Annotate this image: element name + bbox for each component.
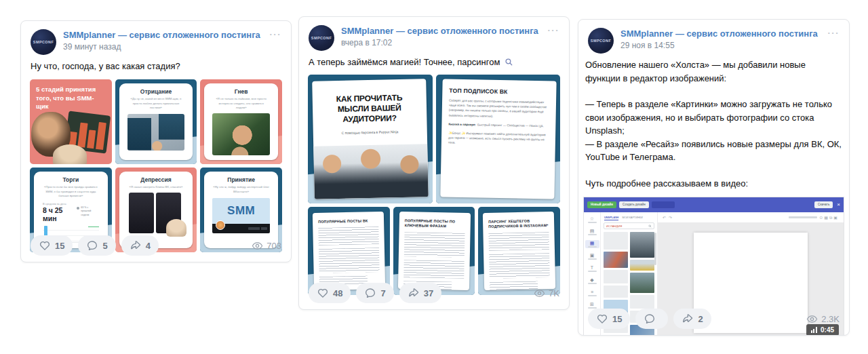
post-header-text: SMMplanner — сервис отложенного постинга… bbox=[341, 25, 538, 47]
editor-top-bar: Новый дизайн Создать дизайн Скачать × bbox=[584, 197, 844, 212]
post-actions: 15 2 2.3K bbox=[588, 309, 840, 329]
image-search-input: ИСЛАНДИЯ bbox=[604, 222, 654, 229]
avatar-label: SMPCONF bbox=[311, 36, 332, 40]
community-name-link[interactable]: SMMplanner — сервис отложенного постинга bbox=[620, 28, 818, 39]
eye-icon bbox=[534, 288, 545, 299]
text-lines-placeholder bbox=[403, 232, 464, 258]
slide-label: Кнопка в парсере: bbox=[448, 122, 476, 126]
slide-tile-key-phrases[interactable]: ПОПУЛЯРНЫЕ ПОСТЫ ПО КЛЮЧЕВЫМ ФРАЗАМ bbox=[393, 207, 475, 295]
post-timestamp[interactable]: вчера в 17:02 bbox=[341, 38, 538, 47]
active-menu-button bbox=[652, 201, 675, 208]
text-lines-placeholder bbox=[318, 227, 378, 245]
slide-title: ТОП ПОДПИСОК ВК bbox=[449, 87, 549, 96]
sidebar-background-icon: ▣ bbox=[585, 252, 599, 260]
slide-tile-hashtags[interactable]: ПАРСИНГ ХЕШТЕГОВ ПОДПИСЧИКОВ В INSTAGRAM… bbox=[478, 207, 560, 295]
stage-quote: «Я начал смотреть Клипы ВК, спасите» bbox=[128, 185, 184, 190]
like-button[interactable]: 15 bbox=[31, 235, 73, 256]
post-text-body: А теперь займёмся магией! Точнее, парсин… bbox=[309, 57, 500, 67]
new-design-button: Новый дизайн bbox=[587, 201, 616, 209]
photo-tile-anger[interactable]: Гнев «Я не только за лайками, мне просто… bbox=[200, 79, 282, 164]
comment-button[interactable]: 5 bbox=[78, 235, 115, 256]
post-image-grid-top: КАК ПРОЧИТАТЬ МЫСЛИ ВАШЕЙ АУДИТОРИИ? С п… bbox=[308, 75, 560, 203]
share-icon bbox=[682, 313, 694, 325]
stage-title: Торги bbox=[37, 176, 104, 183]
post-menu-button[interactable]: ··· bbox=[270, 29, 282, 39]
post-menu-button[interactable]: ··· bbox=[548, 25, 560, 35]
undo-icon: ↶ bbox=[663, 215, 666, 220]
post-paragraph: — Теперь в разделе «Картинки» можно загр… bbox=[585, 98, 842, 138]
slide-card: ПАРСИНГ ХЕШТЕГОВ ПОДПИСЧИКОВ В INSTAGRAM… bbox=[483, 212, 555, 290]
community-name-link[interactable]: SMMplanner — сервис отложенного постинга bbox=[341, 26, 538, 37]
share-count: 37 bbox=[424, 288, 433, 298]
slide-tile-top-subscriptions[interactable]: ТОП ПОДПИСОК ВК Соберёт для вас группы, … bbox=[436, 75, 561, 203]
comment-button[interactable] bbox=[635, 309, 668, 329]
post-header-text: SMMplanner — сервис отложенного постинга… bbox=[620, 28, 818, 50]
like-count: 48 bbox=[333, 288, 342, 298]
tab-unsplash: UNSPLASH bbox=[604, 216, 618, 220]
slide-subtitle: С помощью парсинга в Pepper.Ninja bbox=[313, 129, 427, 136]
comment-icon bbox=[644, 313, 656, 325]
stage-card: Гнев «Я не только за лайками, мне просто… bbox=[204, 83, 278, 160]
slide-tile-popular-posts[interactable]: ПОПУЛЯРНЫЕ ПОСТЫ ВК bbox=[308, 207, 390, 295]
like-button[interactable]: 48 bbox=[309, 283, 351, 303]
share-count: 4 bbox=[146, 241, 151, 251]
photo-tile-cover[interactable]: 5 стадий принятия того, что вы SMM-щик bbox=[30, 79, 112, 164]
man-face-photo bbox=[212, 113, 270, 155]
stage-title: Гнев bbox=[208, 88, 275, 95]
like-button[interactable]: 15 bbox=[588, 309, 630, 329]
cover-title: 5 стадий принятия того, что вы SMM-щик bbox=[30, 79, 112, 111]
comment-button[interactable]: 7 bbox=[356, 283, 393, 303]
eye-icon bbox=[806, 313, 818, 325]
community-name-link[interactable]: SMMplanner — сервис отложенного постинга bbox=[63, 30, 260, 41]
vk-feed: SMPCONF SMMplanner — сервис отложенного … bbox=[0, 0, 868, 354]
share-icon bbox=[408, 287, 420, 299]
post-menu-button[interactable]: ··· bbox=[828, 28, 840, 38]
post-header: SMPCONF SMMplanner — сервис отложенного … bbox=[21, 21, 291, 55]
community-avatar[interactable]: SMPCONF bbox=[309, 25, 334, 51]
three-men-photo bbox=[313, 144, 428, 199]
post-timestamp[interactable]: 39 минут назад bbox=[63, 42, 260, 52]
redo-icon: ↷ bbox=[669, 215, 672, 220]
stage-title: Отрицание bbox=[123, 88, 190, 95]
views-counter: 2.3K bbox=[806, 313, 840, 325]
avatar-label: SMPCONF bbox=[33, 40, 54, 44]
post-text: А теперь займёмся магией! Точнее, парсин… bbox=[299, 51, 569, 69]
office-photo bbox=[127, 114, 185, 151]
stage-title: Депрессия bbox=[123, 176, 190, 183]
like-count: 15 bbox=[612, 314, 622, 324]
post-actions: 15 5 4 703 bbox=[31, 235, 281, 256]
close-icon: × bbox=[837, 202, 840, 208]
post-header: SMPCONF SMMplanner — сервис отложенного … bbox=[578, 20, 849, 54]
post-text: Ну что, господа, у вас какая стадия? bbox=[21, 55, 291, 73]
community-avatar[interactable]: SMPCONF bbox=[588, 28, 614, 54]
magnifier-emoji bbox=[505, 58, 513, 66]
stage-quote: «Ну что ж, пойду заведу экспертный блог … bbox=[213, 185, 269, 194]
avatar-label: SMPCONF bbox=[591, 39, 611, 43]
sidebar-elements-icon: ◆ bbox=[585, 277, 599, 285]
post-header: SMPCONF SMMplanner — сервис отложенного … bbox=[299, 17, 569, 51]
slide-paragraph: ✨Бонус ✨ Инструмент поможет найти дополн… bbox=[448, 130, 548, 146]
slide-title: КАК ПРОЧИТАТЬ МЫСЛИ ВАШЕЙ АУДИТОРИИ? bbox=[313, 92, 427, 125]
post-image-grid-bottom: ПОПУЛЯРНЫЕ ПОСТЫ ВК ПОПУЛЯРНЫЕ ПОСТЫ ПО … bbox=[308, 207, 560, 295]
views-count: 7K bbox=[549, 288, 559, 298]
text-lines-placeholder bbox=[403, 260, 464, 279]
slide-tile-cover[interactable]: КАК ПРОЧИТАТЬ МЫСЛИ ВАШЕЙ АУДИТОРИИ? С п… bbox=[308, 75, 433, 203]
sidebar-images-icon: ▦ bbox=[585, 240, 599, 248]
delta-icon bbox=[77, 207, 79, 210]
search-query: ИСЛАНДИЯ bbox=[606, 224, 622, 228]
post-timestamp[interactable]: 29 ноя в 14:55 bbox=[620, 41, 818, 50]
comment-icon bbox=[86, 239, 98, 252]
screen-time-caption: В среднем за день bbox=[43, 202, 99, 205]
share-button[interactable]: 4 bbox=[121, 235, 159, 256]
phone-screens-photo bbox=[129, 193, 184, 233]
slide-paragraph: Соберёт для вас группы, с которыми подпи… bbox=[448, 98, 549, 119]
stage-quote: «Да ну не, какой из меня SMM-щик, я прос… bbox=[128, 97, 184, 111]
share-button[interactable]: 37 bbox=[399, 283, 441, 303]
post-text: Обновление нашего «Холста» — мы добавили… bbox=[578, 54, 849, 190]
views-count: 2.3K bbox=[821, 314, 840, 324]
share-button[interactable]: 2 bbox=[673, 309, 711, 329]
photo-tile-denial[interactable]: Отрицание «Да ну не, какой из меня SMM-щ… bbox=[115, 79, 197, 164]
community-avatar[interactable]: SMPCONF bbox=[31, 29, 56, 55]
sidebar-layers-icon: ≡ bbox=[585, 289, 599, 297]
slide-title: ПОПУЛЯРНЫЕ ПОСТЫ ПО КЛЮЧЕВЫМ ФРАЗАМ bbox=[404, 218, 465, 229]
